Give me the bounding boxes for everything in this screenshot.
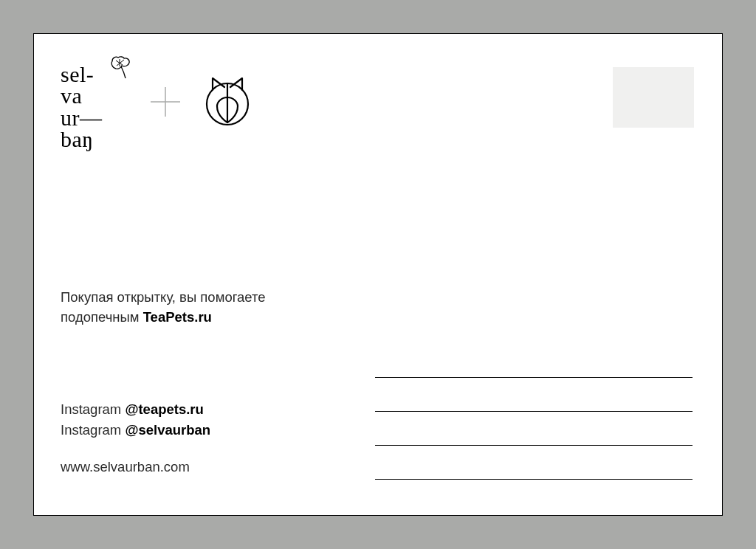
website-url: www.selvaurban.com <box>61 459 190 475</box>
instagram-teapets: Instagram @teapets.ru <box>61 399 210 420</box>
logo-line-1: sel- <box>61 62 94 86</box>
stamp-placeholder <box>613 67 694 128</box>
address-line-2[interactable] <box>375 378 693 412</box>
message-line-2: подопечным TeaPets.ru <box>61 308 266 328</box>
selvaurban-logo: sel- va ur— baŋ <box>61 63 103 151</box>
charity-message: Покупая открытку, вы помогаете подопечны… <box>61 288 266 328</box>
logo-line-2: va <box>61 83 82 108</box>
logo-line-3: ur— <box>61 106 103 130</box>
address-line-1[interactable] <box>375 344 693 378</box>
address-line-3[interactable] <box>375 412 693 446</box>
address-line-4[interactable] <box>375 446 693 480</box>
flower-icon <box>108 56 134 84</box>
instagram-selvaurban: Instagram @selvaurban <box>61 420 210 441</box>
logo-area: sel- va ur— baŋ <box>61 63 103 151</box>
address-lines <box>375 344 693 480</box>
logo-line-4: baŋ <box>61 127 94 151</box>
plus-icon <box>149 86 182 121</box>
postcard: sel- va ur— baŋ <box>33 33 723 516</box>
social-links: Instagram @teapets.ru Instagram @selvaur… <box>61 399 210 441</box>
cat-leaf-icon <box>198 72 257 134</box>
message-line-1: Покупая открытку, вы помогаете <box>61 288 266 308</box>
